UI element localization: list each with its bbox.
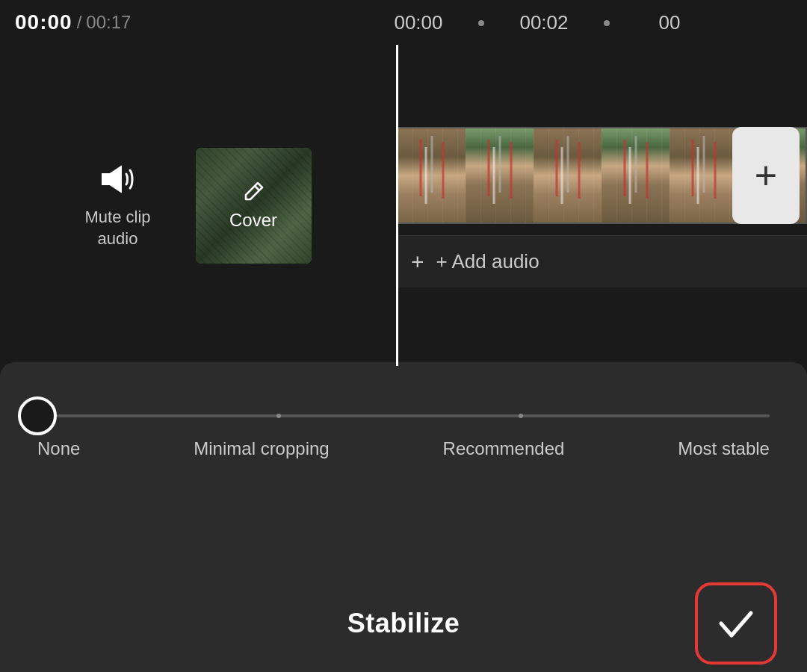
editor-area: Mute clipaudio Cover [0, 45, 807, 366]
label-none: None [37, 438, 80, 459]
confirm-button[interactable] [695, 582, 777, 665]
slider-tick-minimal [276, 414, 281, 418]
clip-frame [602, 128, 670, 223]
speaker-icon [95, 161, 140, 198]
right-panel: + + + Add audio [396, 45, 807, 366]
slider-tick-recommended [519, 414, 523, 418]
label-most-stable: Most stable [678, 438, 770, 459]
add-clip-button[interactable]: + [732, 127, 800, 224]
timestamps-row: 00:00 00:02 00 [359, 11, 729, 34]
slider-labels: None Minimal cropping Recommended Most s… [37, 438, 770, 459]
clip-frame [670, 128, 738, 223]
cover-overlay: Cover [196, 148, 312, 264]
left-panel: Mute clipaudio Cover [0, 45, 396, 366]
add-audio-label: + Add audio [436, 250, 539, 273]
total-time: 00:17 [86, 12, 131, 33]
bottom-bar: Stabilize [0, 575, 807, 672]
cover-thumbnail[interactable]: Cover [196, 148, 312, 264]
clip-frame [534, 128, 602, 223]
stabilize-panel: None Minimal cropping Recommended Most s… [0, 362, 807, 672]
clip-frame [398, 128, 466, 223]
timeline-header: 00:00 / 00:17 00:00 00:02 00 [0, 0, 807, 45]
slider-area: None Minimal cropping Recommended Most s… [0, 362, 807, 474]
playhead [396, 45, 398, 366]
timestamp-0: 00:00 [359, 11, 478, 34]
add-audio-bar[interactable]: + + Add audio [396, 235, 807, 287]
timestamp-2: 00 [610, 11, 729, 34]
cover-label: Cover [229, 210, 277, 231]
slider-track[interactable] [37, 414, 770, 417]
slider-thumb[interactable] [18, 396, 57, 435]
mute-control[interactable]: Mute clipaudio [84, 161, 150, 249]
add-audio-plus-icon: + [411, 249, 424, 275]
label-recommended: Recommended [443, 438, 565, 459]
timestamp-1: 00:02 [484, 11, 604, 34]
edit-icon [241, 180, 265, 204]
timestamp-dot-1 [478, 20, 484, 26]
current-time: 00:00 [15, 10, 72, 34]
label-minimal: Minimal cropping [194, 438, 329, 459]
plus-icon: + [755, 156, 777, 195]
clip-frame [466, 128, 534, 223]
timestamp-dot-2 [604, 20, 610, 26]
time-separator: / [77, 12, 82, 33]
mute-label: Mute clipaudio [84, 207, 150, 249]
checkmark-icon [714, 601, 758, 646]
stabilize-title: Stabilize [347, 608, 460, 639]
